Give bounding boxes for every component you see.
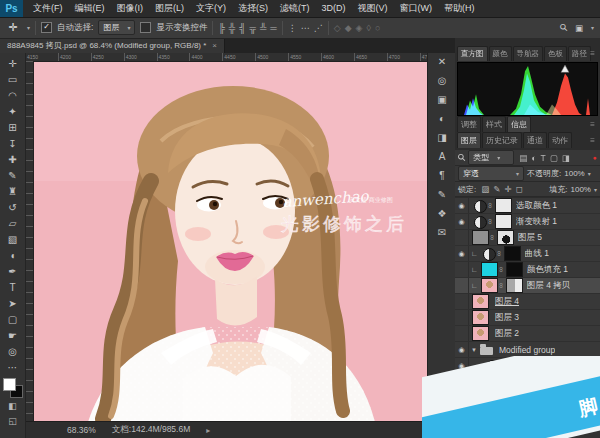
close-icon[interactable]: × — [212, 41, 217, 50]
workspace-switcher-icon[interactable]: ▣ — [575, 23, 583, 33]
menu-item[interactable]: 编辑(E) — [69, 0, 111, 17]
panel-tab[interactable]: 路径 — [568, 46, 591, 61]
layer-mask-thumbnail[interactable] — [495, 198, 512, 213]
panel-tab[interactable]: 图层 — [457, 132, 481, 148]
layer-name[interactable]: 图层 2 — [495, 328, 519, 340]
layer-name[interactable]: Modified group — [499, 345, 555, 355]
tool-pen[interactable]: ✒ — [2, 263, 23, 279]
layer-name[interactable]: 颜色填充 1 — [527, 264, 568, 276]
opacity-value[interactable]: 100% — [564, 169, 584, 178]
chevron-down-icon[interactable]: ▾ — [594, 186, 597, 193]
layer-row[interactable]: ▼ Modified group — [455, 342, 600, 358]
search-icon[interactable]: ⚲ — [557, 21, 570, 34]
layer-visibility-toggle[interactable] — [455, 342, 469, 357]
layer-row[interactable]: ∞ 渐变映射 1 — [455, 214, 600, 230]
layer-row[interactable]: 图层 2 — [455, 326, 600, 342]
layer-row[interactable]: ∟ ∞ 颜色填充 1 — [455, 262, 600, 278]
tool-zoom[interactable]: ◎ — [2, 343, 23, 359]
layer-thumbnail[interactable] — [484, 375, 499, 388]
character-icon[interactable]: A — [439, 152, 446, 162]
filter-toggle-icon[interactable]: ● — [593, 154, 597, 161]
layer-filter-icon[interactable]: ◨ — [562, 153, 570, 163]
align-icon[interactable]: ╦ — [250, 23, 256, 33]
align-icon[interactable]: ╣ — [239, 23, 245, 33]
show-transform-checkbox[interactable] — [140, 22, 151, 33]
layer-name[interactable]: 图层 4 拷贝 — [527, 280, 570, 292]
layer-filter-icon[interactable]: T — [541, 153, 546, 163]
layer-row[interactable]: 图层 1 — [455, 390, 600, 406]
layer-visibility-toggle[interactable] — [455, 214, 469, 229]
layer-thumbnail[interactable] — [472, 310, 489, 325]
layer-visibility-toggle[interactable] — [455, 198, 469, 213]
layer-visibility-toggle[interactable] — [455, 294, 469, 309]
layer-row[interactable]: ∞ Dark — [455, 358, 600, 374]
layer-thumbnail[interactable] — [472, 294, 489, 309]
menu-item[interactable]: 选择(S) — [232, 0, 274, 17]
menu-item[interactable]: 图像(I) — [111, 0, 150, 17]
layer-visibility-toggle[interactable] — [455, 390, 469, 405]
layer-name[interactable]: Dark — [528, 361, 546, 371]
brush-settings-icon[interactable]: ✎ — [438, 190, 446, 200]
layer-name[interactable]: 选取颜色 1 — [516, 200, 557, 212]
layer-filter-icon[interactable]: ▢ — [550, 153, 558, 163]
layer-name[interactable]: 图层 1 — [507, 392, 531, 404]
layer-thumbnail[interactable] — [484, 390, 501, 405]
layer-thumbnail[interactable] — [481, 278, 498, 293]
align-icon[interactable]: ═ — [270, 23, 276, 33]
layer-row[interactable]: 图层 4 — [455, 294, 600, 310]
menu-item[interactable]: 帮助(H) — [438, 0, 481, 17]
layer-name[interactable]: 图层 4 — [495, 296, 519, 308]
layer-filter-icon[interactable]: ▤ — [519, 153, 527, 163]
layer-row[interactable]: ∞ 图层 5 — [455, 230, 600, 246]
chevron-down-icon[interactable]: ▾ — [591, 24, 594, 31]
panel-tab[interactable]: 通道 — [523, 132, 547, 148]
color-swatches[interactable] — [3, 378, 23, 398]
distribute-icon[interactable]: ⋯ — [301, 23, 310, 33]
distribute-icon[interactable]: ⋰ — [314, 23, 323, 33]
auto-select-checkbox[interactable]: ✓ — [41, 22, 52, 33]
layer-name[interactable]: Brighten — [528, 377, 560, 387]
menu-item[interactable]: 窗口(W) — [394, 0, 439, 17]
foreground-color-swatch[interactable] — [3, 378, 16, 391]
panel-tab[interactable]: 信息 — [507, 116, 531, 132]
tool-dodge[interactable]: ◖ — [2, 247, 23, 263]
tool-brush[interactable]: ✎ — [2, 167, 23, 183]
libraries-icon[interactable]: ▣ — [437, 95, 446, 105]
panel-menu-icon[interactable]: ≡ — [590, 120, 595, 129]
lock-icon[interactable]: ✛ — [504, 184, 511, 194]
layer-thumbnail[interactable] — [472, 230, 489, 245]
menu-item[interactable]: 视图(V) — [352, 0, 394, 17]
current-tool-icon[interactable]: ✛ — [4, 21, 22, 34]
panel-tab[interactable]: 样式 — [482, 116, 506, 132]
adjustments-icon[interactable]: ◐ — [439, 114, 445, 124]
close-icon[interactable]: ✕ — [438, 57, 446, 67]
tool-rect-marquee[interactable]: ▭ — [2, 71, 23, 87]
layer-filter-icon[interactable]: ◐ — [531, 153, 536, 163]
layer-thumbnail[interactable] — [481, 262, 498, 277]
lock-icon[interactable]: ◻ — [516, 184, 523, 194]
white-point-marker[interactable] — [561, 65, 569, 72]
zoom-level-field[interactable]: 68.36% — [67, 425, 96, 435]
layer-mask-thumbnail[interactable] — [507, 358, 524, 373]
layer-thumbnail[interactable] — [484, 359, 499, 372]
panel-tab[interactable]: 直方图 — [457, 46, 488, 61]
tool-history-brush[interactable]: ↺ — [2, 199, 23, 215]
align-icon[interactable]: ╠ — [218, 23, 224, 33]
tool-gradient[interactable]: ▧ — [2, 231, 23, 247]
layer-row[interactable]: 图层 3 — [455, 310, 600, 326]
tool-eraser[interactable]: ▱ — [2, 215, 23, 231]
layer-thumbnail[interactable] — [472, 215, 487, 228]
tool-spot-healing[interactable]: ✚ — [2, 151, 23, 167]
layer-visibility-toggle[interactable] — [455, 374, 469, 389]
layer-row[interactable]: ∞ Brighten — [455, 374, 600, 390]
chevron-down-icon[interactable]: ▾ — [588, 170, 591, 177]
tool-clone-stamp[interactable]: ♜ — [2, 183, 23, 199]
tool-shape[interactable]: ▢ — [2, 311, 23, 327]
status-options-arrow-icon[interactable]: ▸ — [206, 426, 210, 435]
panel-tab[interactable]: 导航器 — [513, 46, 544, 61]
layer-visibility-toggle[interactable] — [455, 262, 469, 277]
layer-mask-thumbnail[interactable] — [507, 374, 524, 389]
layer-mask-thumbnail[interactable] — [497, 230, 514, 245]
layer-thumbnail[interactable] — [481, 247, 496, 260]
group-expand-icon[interactable]: ▼ — [471, 347, 477, 353]
